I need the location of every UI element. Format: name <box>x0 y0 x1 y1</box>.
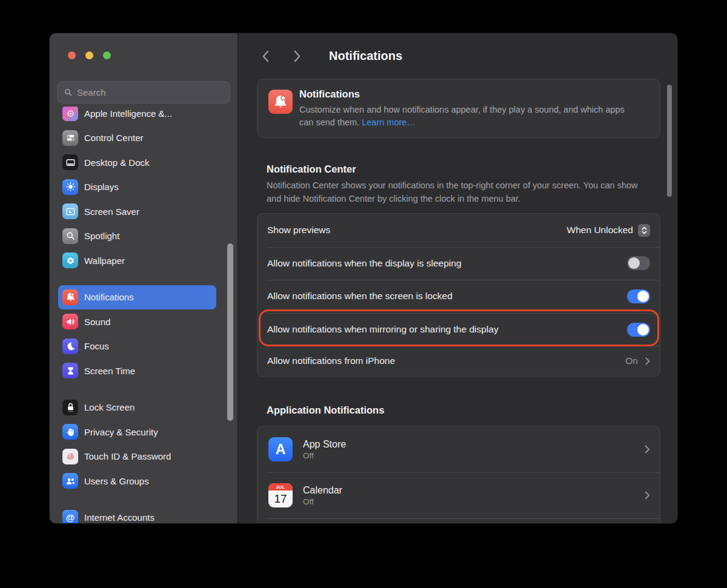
show-previews-value: When Unlocked <box>567 225 633 236</box>
sidebar-item-label: Touch ID & Password <box>84 451 171 461</box>
displays-icon <box>62 179 78 195</box>
main-header: Notifications <box>259 49 402 63</box>
main-scrollbar[interactable] <box>667 85 672 197</box>
sidebar-item-displays[interactable]: Displays <box>58 175 216 200</box>
sidebar: Apple Intelligence &... Control Center D… <box>50 33 238 523</box>
sidebar-item-label: Displays <box>84 182 119 192</box>
users-groups-icon <box>62 473 78 489</box>
sidebar-item-screen-saver[interactable]: Screen Saver <box>58 199 216 224</box>
sidebar-item-control-center[interactable]: Control Center <box>58 126 216 151</box>
apple-intelligence-icon <box>62 107 78 121</box>
mirroring-sharing-toggle[interactable] <box>627 323 650 337</box>
app-status: Off <box>303 451 642 460</box>
close-button[interactable] <box>68 51 76 59</box>
notification-center-description: Notification Center shows your notificat… <box>267 179 648 205</box>
row-label: Allow notifications from iPhone <box>267 355 625 366</box>
app-row-app-store[interactable]: A App Store Off <box>257 426 660 472</box>
notifications-icon <box>62 289 78 305</box>
sidebar-item-sound[interactable]: Sound <box>58 309 216 334</box>
notification-center-settings-card: Show previews When Unlocked Allow notifi… <box>257 213 660 377</box>
sidebar-item-users-groups[interactable]: Users & Groups <box>58 469 216 494</box>
privacy-security-icon <box>62 424 78 440</box>
sidebar-item-label: Control Center <box>84 133 144 143</box>
screen-locked-toggle[interactable] <box>627 289 650 303</box>
app-row-calendar[interactable]: JUL 17 Calendar Off <box>257 472 660 518</box>
back-button[interactable] <box>259 50 272 63</box>
row-label: Allow notifications when mirroring or sh… <box>267 324 627 335</box>
sidebar-item-label: Screen Saver <box>84 206 139 217</box>
window-controls <box>68 51 111 59</box>
sidebar-item-desktop-dock[interactable]: Desktop & Dock <box>58 150 216 175</box>
sidebar-scrollbar[interactable] <box>227 243 233 421</box>
chevron-right-icon <box>645 445 650 454</box>
app-row-partial <box>257 518 660 523</box>
search-input[interactable] <box>77 87 224 97</box>
row-label: Allow notifications when the screen is l… <box>267 291 627 302</box>
sidebar-item-label: Sound <box>84 317 110 327</box>
app-status: Off <box>303 497 642 506</box>
sidebar-item-lock-screen[interactable]: Lock Screen <box>58 395 216 420</box>
desktop-dock-icon <box>62 154 78 170</box>
sidebar-item-apple-intelligence[interactable]: Apple Intelligence &... <box>58 107 216 126</box>
sidebar-item-internet-accounts[interactable]: @ Internet Accounts <box>58 506 216 524</box>
sidebar-item-label: Notifications <box>84 292 134 302</box>
touch-id-icon <box>62 449 78 464</box>
application-notifications-heading: Application Notifications <box>267 405 384 416</box>
sidebar-item-touch-id[interactable]: Touch ID & Password <box>58 444 216 469</box>
sidebar-item-notifications[interactable]: Notifications <box>58 285 216 310</box>
chevron-right-icon <box>645 491 650 500</box>
sidebar-item-label: Internet Accounts <box>84 512 154 523</box>
info-card-title: Notifications <box>299 88 360 100</box>
forward-button[interactable] <box>290 50 304 63</box>
main-pane: Notifications Notifications Customize wh… <box>239 33 677 523</box>
row-display-sleeping: Allow notifications when the display is … <box>257 247 660 280</box>
search-icon <box>64 88 73 97</box>
page-title: Notifications <box>329 49 402 63</box>
sidebar-item-label: Focus <box>84 341 109 351</box>
focus-icon <box>62 339 78 354</box>
app-name: Calendar <box>303 485 642 496</box>
info-card-description: Customize when and how notifications app… <box>299 104 639 129</box>
sidebar-item-wallpaper[interactable]: Wallpaper <box>58 248 216 273</box>
internet-accounts-icon: @ <box>62 510 78 523</box>
system-settings-window: Apple Intelligence &... Control Center D… <box>50 33 677 523</box>
calendar-icon: JUL 17 <box>268 483 293 507</box>
application-notifications-card: A App Store Off JUL 17 Calendar Off <box>257 426 660 523</box>
sidebar-item-label: Privacy & Security <box>84 427 158 437</box>
sidebar-item-label: Apple Intelligence &... <box>84 108 172 119</box>
calendar-month: JUL <box>268 483 293 491</box>
minimize-button[interactable] <box>85 51 93 59</box>
sound-icon <box>62 314 78 329</box>
row-screen-locked: Allow notifications when the screen is l… <box>257 280 660 313</box>
screen-time-icon <box>62 363 78 378</box>
chevron-right-icon <box>645 357 650 365</box>
control-center-icon <box>62 130 78 146</box>
app-store-icon: A <box>268 437 293 461</box>
row-iphone-notifications[interactable]: Allow notifications from iPhone On <box>257 346 660 376</box>
lock-screen-icon <box>62 400 78 415</box>
sidebar-item-label: Spotlight <box>84 231 119 241</box>
sidebar-nav: Apple Intelligence &... Control Center D… <box>55 107 233 523</box>
sidebar-item-label: Desktop & Dock <box>84 157 150 168</box>
sidebar-item-label: Lock Screen <box>84 402 134 412</box>
search-field[interactable] <box>57 81 230 104</box>
notifications-info-card: Notifications Customize when and how not… <box>257 79 660 138</box>
sidebar-item-privacy-security[interactable]: Privacy & Security <box>58 420 216 444</box>
app-name: App Store <box>303 439 642 450</box>
row-mirroring-sharing: Allow notifications when mirroring or sh… <box>257 313 660 346</box>
show-previews-select[interactable] <box>638 224 650 237</box>
sidebar-item-label: Screen Time <box>84 366 135 376</box>
sidebar-item-spotlight[interactable]: Spotlight <box>58 224 216 249</box>
spotlight-icon <box>62 228 78 244</box>
row-show-previews: Show previews When Unlocked <box>257 214 660 247</box>
display-sleeping-toggle[interactable] <box>627 256 650 270</box>
calendar-day: 17 <box>268 491 293 507</box>
notifications-bell-icon <box>268 90 293 114</box>
notification-center-heading: Notification Center <box>267 164 356 175</box>
learn-more-link[interactable]: Learn more… <box>362 117 416 127</box>
sidebar-item-label: Users & Groups <box>84 476 149 486</box>
sidebar-item-screen-time[interactable]: Screen Time <box>58 358 216 383</box>
iphone-notifications-value: On <box>625 355 638 366</box>
zoom-button[interactable] <box>103 51 111 59</box>
sidebar-item-focus[interactable]: Focus <box>58 334 216 359</box>
